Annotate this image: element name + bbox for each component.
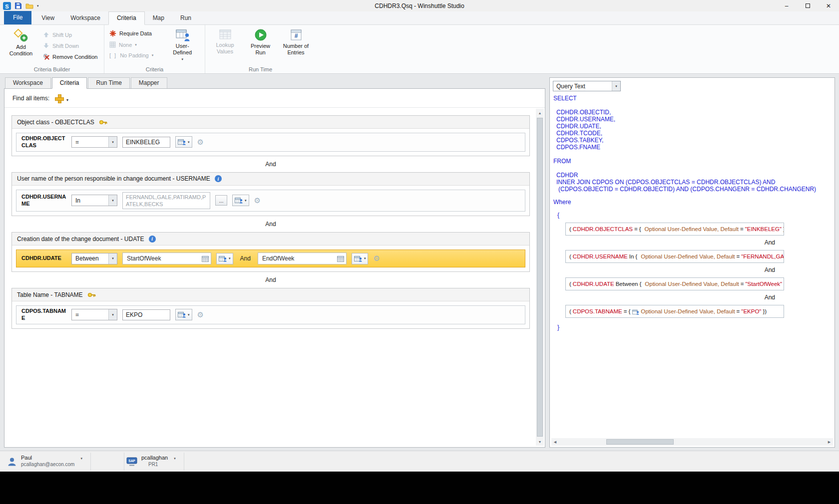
dropdown-arrow-icon: ▾ <box>108 195 117 206</box>
condition-title: Table Name - TABNAME <box>17 291 83 298</box>
user-defined-button[interactable]: User-Defined ▾ <box>166 27 198 62</box>
no-padding-button[interactable]: [ ] No Padding ▾ <box>109 52 153 58</box>
doc-tab-mapper[interactable]: Mapper <box>131 77 167 89</box>
add-item-plus-icon[interactable] <box>54 94 63 103</box>
settings-gear-icon[interactable]: ⚙ <box>197 310 204 319</box>
user-defined-value-button[interactable]: ▾ <box>352 253 369 264</box>
account-widget[interactable]: Paul pcallaghan@aecon.com ▾ <box>5 453 91 471</box>
tab-view[interactable]: View <box>33 12 62 24</box>
vertical-scrollbar[interactable]: ▲ ▼ <box>536 109 544 446</box>
scroll-left-icon[interactable]: ◀ <box>551 438 559 446</box>
scroll-up-icon[interactable]: ▲ <box>536 109 544 117</box>
value-input[interactable] <box>122 137 170 148</box>
open-folder-icon[interactable] <box>25 2 33 9</box>
minimize-button[interactable]: – <box>776 0 797 11</box>
doc-tab-criteria[interactable]: Criteria <box>52 77 87 89</box>
application-window: CDHDR3.Qsq - Winshuttle Studio S ▾ – ✕ F… <box>0 0 839 472</box>
scrollbar-thumb[interactable] <box>606 439 674 445</box>
browse-values-button[interactable]: ... <box>215 195 227 206</box>
user-defined-value-button[interactable]: ▾ <box>232 195 249 206</box>
ribbon-tab-bar: File View Workspace Criteria Map Run <box>0 11 839 25</box>
dropdown-arrow-icon: ▾ <box>108 137 117 147</box>
sap-connection-widget[interactable]: SAP pcallaghan PR1 ▾ <box>124 453 184 471</box>
user-defined-value-button[interactable]: ▾ <box>175 309 192 320</box>
value-input[interactable] <box>122 309 170 320</box>
svg-text:S: S <box>5 3 8 9</box>
remove-condition-button[interactable]: Remove Condition <box>43 53 98 60</box>
scroll-right-icon[interactable]: ▶ <box>826 438 833 446</box>
none-label: None <box>119 42 132 48</box>
account-dropdown-icon[interactable]: ▾ <box>80 457 82 461</box>
maximize-button[interactable] <box>797 0 818 11</box>
scrollbar-thumb[interactable] <box>537 118 543 437</box>
tab-run[interactable]: Run <box>172 12 199 24</box>
query-and-separator: And <box>553 266 784 273</box>
tab-criteria[interactable]: Criteria <box>108 11 145 25</box>
user-defined-icon <box>178 139 186 145</box>
criteria-body: Find all items: ▾ Object class - OBJECTC… <box>4 88 545 448</box>
require-data-button[interactable]: Require Data <box>109 30 153 37</box>
preview-run-button[interactable]: Preview Run <box>246 27 275 56</box>
and-separator: And <box>11 161 530 168</box>
shift-down-icon <box>43 42 49 49</box>
number-of-entries-button[interactable]: # Number of Entries <box>281 27 311 56</box>
no-padding-icon: [ ] <box>109 52 117 58</box>
account-name: Paul <box>21 455 74 462</box>
scroll-down-icon[interactable]: ▼ <box>536 438 544 446</box>
shift-down-button[interactable]: Shift Down <box>43 42 98 49</box>
user-defined-icon <box>175 28 190 41</box>
query-view-value: Query Text <box>553 83 612 90</box>
none-dropdown-icon: ▾ <box>135 43 137 47</box>
operator-dropdown[interactable]: = ▾ <box>71 136 117 148</box>
require-data-icon <box>109 30 116 37</box>
qat-customize-icon[interactable]: ▾ <box>37 4 39 8</box>
sql-close-brace: } <box>557 324 833 331</box>
calendar-icon[interactable] <box>202 255 209 262</box>
add-condition-button[interactable]: Add Condition <box>5 27 37 57</box>
settings-gear-icon[interactable]: ⚙ <box>254 196 261 205</box>
horizontal-scrollbar[interactable]: ◀ ▶ <box>551 438 833 446</box>
add-condition-label: Add Condition <box>5 44 37 57</box>
settings-gear-icon[interactable]: ⚙ <box>373 254 380 263</box>
sql-from-keyword: FROM <box>553 158 833 165</box>
tab-file[interactable]: File <box>4 11 31 24</box>
add-item-dropdown-icon[interactable]: ▾ <box>66 98 68 102</box>
user-defined-value-button[interactable]: ▾ <box>216 253 233 264</box>
condition-row: CDPOS.TABNAME = ▾ ▾ ⚙ <box>16 305 525 324</box>
query-text: SELECT CDHDR.OBJECTID, CDHDR.USERNAME, C… <box>553 95 833 436</box>
dropdown-arrow-icon: ▾ <box>188 313 190 317</box>
info-icon[interactable]: i <box>149 236 156 243</box>
query-view-dropdown[interactable]: Query Text ▾ <box>553 81 621 91</box>
condition-title: User name of the person responsible in c… <box>17 175 210 182</box>
doc-tab-run-time[interactable]: Run Time <box>88 77 129 89</box>
title-bar: CDHDR3.Qsq - Winshuttle Studio S ▾ – ✕ <box>0 0 839 11</box>
and-separator: And <box>11 276 530 283</box>
operator-dropdown[interactable]: Between ▾ <box>71 253 117 264</box>
doc-tab-workspace[interactable]: Workspace <box>5 77 51 89</box>
operator-dropdown[interactable]: In ▾ <box>71 195 117 206</box>
lookup-values-button[interactable]: Lookup Values <box>210 27 240 55</box>
close-button[interactable]: ✕ <box>818 0 839 11</box>
save-icon[interactable] <box>14 2 22 9</box>
user-icon <box>7 457 17 467</box>
settings-gear-icon[interactable]: ⚙ <box>197 138 204 147</box>
tab-workspace[interactable]: Workspace <box>62 12 108 24</box>
tab-map[interactable]: Map <box>145 12 172 24</box>
ribbon: Add Condition Shift Up Shift Down Remove… <box>0 25 839 74</box>
info-icon[interactable]: i <box>215 175 222 182</box>
calendar-icon[interactable] <box>337 255 344 262</box>
number-of-entries-label: Number of Entries <box>281 43 311 56</box>
connection-dropdown-icon[interactable]: ▾ <box>174 457 176 461</box>
user-defined-value-button[interactable]: ▾ <box>175 136 192 148</box>
user-defined-icon <box>354 255 362 262</box>
start-date-input[interactable]: StartOfWeek <box>122 252 211 264</box>
user-defined-icon <box>219 255 227 262</box>
none-button[interactable]: None ▾ <box>109 41 153 48</box>
end-date-input[interactable]: EndOfWeek <box>258 252 347 264</box>
user-defined-icon <box>178 311 186 318</box>
operator-dropdown[interactable]: = ▾ <box>71 309 117 320</box>
query-condition: (CDPOS.TABNAME={Optional User-Defined Va… <box>565 305 784 318</box>
group-label-criteria: Criteria <box>104 66 205 72</box>
shift-down-label: Shift Down <box>52 43 79 49</box>
shift-up-button[interactable]: Shift Up <box>43 31 98 38</box>
